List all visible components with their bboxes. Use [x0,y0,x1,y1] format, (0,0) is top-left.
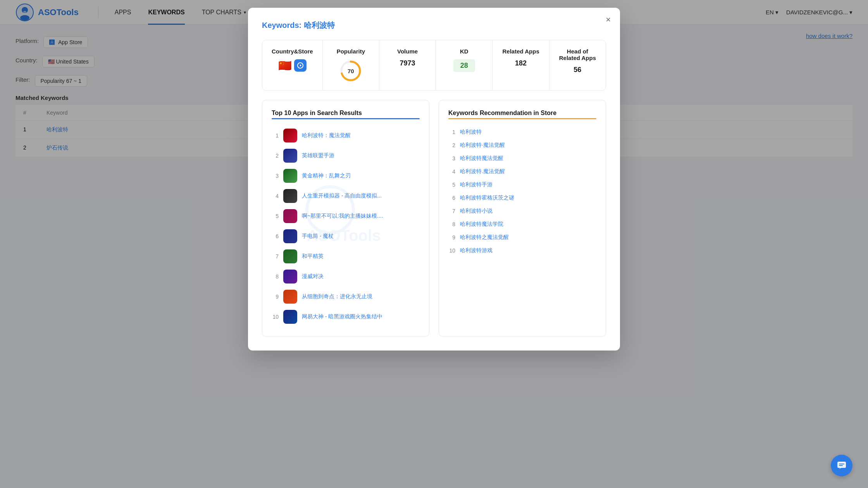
modal: × Keywords: 哈利波特 Country&Store 🇨🇳 Pop [248,8,620,351]
app-icon [283,209,297,223]
popularity-value: 70 [348,68,354,74]
app-num: 8 [272,273,279,280]
volume-value: 7973 [400,59,415,67]
app-row: 8 漫威对决 [272,266,420,287]
keyword-row: 10 哈利波特游戏 [448,244,596,257]
stat-country-store: Country&Store 🇨🇳 [262,40,323,90]
china-flag: 🇨🇳 [278,59,292,72]
stat-kd: KD 28 [436,40,493,90]
app-row: 2 英雄联盟手游 [272,146,420,166]
keyword-row: 4 哈利波特.魔法觉醒 [448,165,596,178]
kw-text[interactable]: 哈利波特魔法觉醒 [460,155,503,162]
app-row: 1 哈利波特：魔法觉醒 [272,125,420,146]
kw-text[interactable]: 哈利波特魔法学院 [460,221,503,228]
kw-text[interactable]: 哈利波特霍格沃茨之谜 [460,194,514,201]
app-icon [283,169,297,183]
app-name[interactable]: 漫威对决 [302,273,324,280]
app-icon [283,229,297,243]
app-num: 7 [272,253,279,259]
keyword-row: 5 哈利波特手游 [448,178,596,191]
keyword-row: 2 哈利波特·魔法觉醒 [448,139,596,152]
kw-num: 6 [448,195,455,201]
app-name[interactable]: 手电筒 - 魔杖 [302,233,334,240]
keyword-row: 3 哈利波特魔法觉醒 [448,152,596,165]
head-related-value: 56 [574,66,581,74]
related-apps-value: 182 [515,59,527,67]
keyword-row: 9 哈利波特之魔法觉醒 [448,231,596,244]
app-row: 6 手电筒 - 魔杖 [272,226,420,246]
kw-num: 8 [448,221,455,227]
keyword-row: 6 哈利波特霍格沃茨之谜 [448,191,596,204]
app-num: 9 [272,294,279,300]
recommendations-card: Keywords Recommendation in Store 1 哈利波特 … [439,100,606,337]
app-num: 2 [272,153,279,159]
kw-num: 7 [448,208,455,214]
recommendations-underline [448,118,596,119]
kw-num: 3 [448,155,455,162]
kw-num: 4 [448,168,455,175]
popularity-ring: 70 [339,59,362,82]
kw-text[interactable]: 哈利波特.魔法觉醒 [460,168,505,175]
app-row: 10 网易大神 - 暗黑游戏圈火热集结中 [272,307,420,327]
kw-text[interactable]: 哈利波特游戏 [460,247,493,254]
kw-text[interactable]: 哈利波特 [460,129,482,136]
app-name[interactable]: 啊~那里不可以:我的主播妹妹模.... [302,213,383,220]
app-num: 3 [272,173,279,179]
top10-apps-card: ASOTools Top 10 Apps in Search Results 1… [262,100,429,337]
app-num: 5 [272,213,279,219]
appstore-icon [294,59,307,72]
bottom-section: ASOTools Top 10 Apps in Search Results 1… [262,100,606,337]
stat-head-related: Head of Related Apps 56 [549,40,606,90]
app-name[interactable]: 和平精英 [302,253,324,260]
app-icon [283,189,297,203]
app-icon [283,310,297,324]
stat-volume: Volume 7973 [379,40,436,90]
app-name[interactable]: 哈利波特：魔法觉醒 [302,132,351,139]
modal-keyword: 哈利波特 [304,21,335,29]
kw-num: 1 [448,129,455,135]
kw-text[interactable]: 哈利波特小说 [460,208,493,215]
svg-rect-9 [839,464,844,464]
stats-card: Country&Store 🇨🇳 Popularity 70 [262,40,606,91]
close-button[interactable]: × [606,15,611,24]
keyword-row: 7 哈利波特小说 [448,204,596,218]
kd-value: 28 [453,59,475,72]
app-num: 10 [272,314,279,320]
app-icon [283,249,297,263]
app-icon [283,270,297,284]
kw-text[interactable]: 哈利波特手游 [460,181,493,188]
app-name[interactable]: 网易大神 - 暗黑游戏圈火热集结中 [302,313,382,320]
recommendations-list: 1 哈利波特 2 哈利波特·魔法觉醒 3 哈利波特魔法觉醒 4 哈利波特.魔法觉… [448,125,596,257]
kw-num: 9 [448,234,455,241]
app-row: 7 和平精英 [272,246,420,266]
app-row: 9 从细胞到奇点：进化永无止境 [272,287,420,307]
recommendations-title: Keywords Recommendation in Store [448,110,596,117]
app-name[interactable]: 黄金精神：乱舞之刃 [302,172,351,179]
top10-list: 1 哈利波特：魔法觉醒 2 英雄联盟手游 3 黄金精神：乱舞之刃 4 人生重开模… [272,125,420,327]
app-num: 4 [272,193,279,199]
app-icon [283,290,297,304]
svg-rect-10 [839,465,843,466]
app-name[interactable]: 从细胞到奇点：进化永无止境 [302,293,372,300]
kw-num: 2 [448,142,455,148]
kw-num: 10 [448,247,455,254]
kw-num: 5 [448,182,455,188]
top10-title: Top 10 Apps in Search Results [272,110,420,117]
svg-rect-8 [837,462,846,468]
stat-flags: 🇨🇳 [278,59,307,72]
app-num: 6 [272,233,279,239]
top10-underline [272,118,420,119]
keyword-row: 1 哈利波特 [448,125,596,139]
kw-text[interactable]: 哈利波特·魔法觉醒 [460,142,505,149]
app-name[interactable]: 人生重开模拟器 - 高自由度模拟... [302,192,382,199]
app-name[interactable]: 英雄联盟手游 [302,152,334,159]
modal-title: Keywords: 哈利波特 [262,20,606,31]
keyword-row: 8 哈利波特魔法学院 [448,218,596,231]
app-row: 3 黄金精神：乱舞之刃 [272,166,420,186]
chat-button[interactable] [831,455,852,476]
app-row: 5 啊~那里不可以:我的主播妹妹模.... [272,206,420,226]
kw-text[interactable]: 哈利波特之魔法觉醒 [460,234,509,241]
app-num: 1 [272,132,279,139]
modal-overlay: × Keywords: 哈利波特 Country&Store 🇨🇳 Pop [0,0,868,488]
app-icon [283,129,297,143]
